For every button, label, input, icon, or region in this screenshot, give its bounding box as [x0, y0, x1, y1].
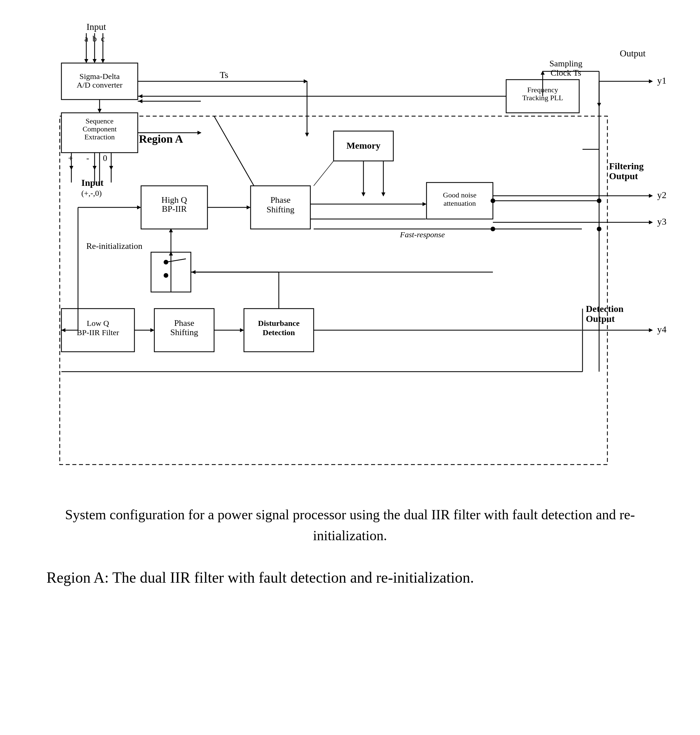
svg-text:0: 0	[103, 153, 107, 163]
svg-text:Clock Ts: Clock Ts	[550, 68, 581, 78]
svg-line-136	[314, 161, 334, 186]
svg-text:Input: Input	[86, 22, 106, 32]
svg-marker-17	[101, 59, 105, 63]
svg-rect-0	[60, 116, 607, 465]
svg-marker-46	[247, 206, 251, 209]
svg-text:Shifting: Shifting	[266, 205, 294, 215]
svg-text:Good noise: Good noise	[443, 191, 476, 199]
svg-text:y3: y3	[657, 216, 666, 226]
svg-text:Detection: Detection	[586, 304, 624, 314]
svg-marker-44	[649, 328, 653, 332]
svg-text:Sampling: Sampling	[549, 59, 582, 68]
svg-marker-48	[422, 202, 426, 206]
svg-text:Memory: Memory	[346, 140, 380, 151]
svg-point-99	[164, 273, 168, 278]
svg-text:Sigma-Delta: Sigma-Delta	[79, 72, 120, 81]
svg-text:BP-IIR Filter: BP-IIR Filter	[76, 328, 119, 337]
svg-marker-19	[98, 109, 101, 113]
svg-text:(+,-,0): (+,-,0)	[81, 189, 102, 197]
svg-point-74	[597, 198, 601, 203]
svg-line-137	[214, 116, 254, 186]
caption-bottom-text: Region A: The dual IIR filter with fault…	[47, 569, 474, 586]
diagram-area: Sigma-Delta A/D converter Sequence Compo…	[35, 20, 665, 485]
caption-bottom: Region A: The dual IIR filter with fault…	[26, 566, 674, 589]
svg-text:Disturbance: Disturbance	[258, 319, 300, 328]
svg-text:Filtering: Filtering	[609, 161, 644, 171]
svg-point-75	[597, 226, 601, 231]
svg-marker-51	[362, 193, 365, 197]
svg-text:Ts: Ts	[219, 70, 228, 80]
svg-marker-13	[84, 59, 88, 63]
svg-marker-135	[305, 133, 309, 137]
svg-text:Detection: Detection	[263, 328, 295, 337]
svg-text:b: b	[92, 34, 97, 44]
svg-text:y1: y1	[657, 75, 666, 85]
svg-text:y2: y2	[657, 190, 666, 200]
svg-marker-62	[240, 328, 244, 332]
svg-text:y4: y4	[657, 324, 666, 335]
svg-marker-24	[138, 99, 143, 103]
svg-text:-: -	[86, 153, 89, 163]
svg-marker-26	[197, 131, 201, 135]
svg-text:Extraction: Extraction	[84, 133, 115, 141]
svg-text:c: c	[101, 34, 105, 44]
caption-main: System configuration for a power signal …	[26, 504, 674, 546]
svg-marker-55	[137, 206, 141, 209]
svg-text:Input: Input	[81, 178, 104, 188]
svg-point-76	[491, 198, 495, 203]
svg-text:Frequency: Frequency	[527, 85, 558, 94]
caption-text: System configuration for a power signal …	[65, 507, 635, 543]
svg-text:Output: Output	[586, 313, 615, 324]
svg-text:High Q: High Q	[161, 195, 187, 205]
diagram-svg: Sigma-Delta A/D converter Sequence Compo…	[35, 20, 665, 485]
svg-marker-32	[649, 79, 653, 83]
svg-text:A/D converter: A/D converter	[76, 81, 122, 89]
svg-text:Re-initialization: Re-initialization	[86, 241, 143, 251]
svg-text:attenuation: attenuation	[443, 199, 476, 207]
svg-marker-60	[150, 328, 154, 332]
svg-text:Low Q: Low Q	[87, 319, 109, 328]
svg-text:Phase: Phase	[174, 318, 194, 328]
svg-text:a: a	[84, 34, 88, 44]
svg-text:Phase: Phase	[270, 195, 290, 205]
svg-text:Output: Output	[620, 48, 646, 59]
svg-text:Output: Output	[609, 171, 638, 181]
svg-marker-53	[381, 193, 385, 197]
svg-text:Region A: Region A	[139, 133, 183, 145]
svg-text:Fast-response: Fast-response	[400, 230, 445, 239]
svg-text:Component: Component	[82, 125, 116, 133]
svg-marker-42	[649, 220, 653, 224]
svg-text:BP-IIR: BP-IIR	[162, 204, 187, 214]
svg-marker-15	[93, 59, 97, 63]
svg-point-77	[491, 226, 495, 231]
svg-text:Tracking PLL: Tracking PLL	[522, 94, 563, 102]
svg-text:Sequence: Sequence	[85, 117, 113, 125]
svg-marker-40	[649, 194, 653, 198]
svg-text:Shifting: Shifting	[170, 328, 198, 337]
svg-marker-36	[138, 94, 143, 98]
svg-text:+: +	[68, 153, 73, 163]
page: Sigma-Delta A/D converter Sequence Compo…	[0, 0, 700, 735]
